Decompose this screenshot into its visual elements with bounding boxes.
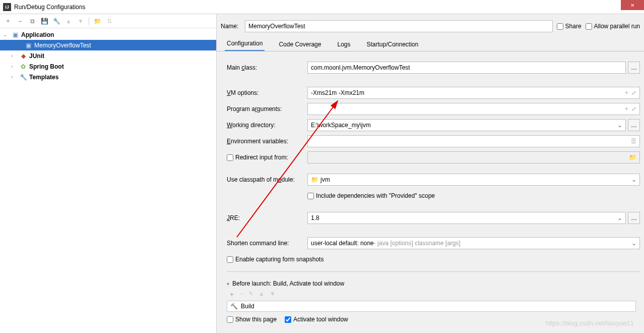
module-icon: 📁 <box>311 176 318 183</box>
chevron-down-icon: ⌄ <box>3 32 9 37</box>
use-classpath-select[interactable]: 📁 jvm <box>307 174 640 186</box>
add-icon[interactable]: ＋ <box>229 290 235 299</box>
down-icon[interactable]: ▼ <box>270 290 276 299</box>
program-args-label: Program arguments: <box>227 105 307 113</box>
chevron-right-icon: › <box>11 74 17 80</box>
chevron-down-icon[interactable]: ▾ <box>227 281 229 287</box>
program-args-input[interactable]: +⤢ <box>307 103 640 115</box>
jre-select[interactable]: 1.8 <box>307 212 626 224</box>
config-tree: ⌄ ▣ Application ▣ MemoryOverflowTest › ◆… <box>0 28 216 333</box>
titlebar: IJ Run/Debug Configurations ✕ <box>0 0 644 14</box>
tree-label: Application <box>21 31 54 38</box>
window-title: Run/Debug Configurations <box>14 4 85 11</box>
tabs: Configuration Code Coverage Logs Startup… <box>217 36 644 51</box>
app-icon: IJ <box>3 3 11 11</box>
jre-label: JRE: <box>227 214 307 221</box>
tree-label: Spring Boot <box>29 63 64 70</box>
env-vars-input[interactable]: ☰ <box>307 135 640 147</box>
up-icon[interactable]: ▲ <box>259 290 265 299</box>
tree-node-application[interactable]: ⌄ ▣ Application <box>0 29 216 40</box>
activate-tool-window-checkbox[interactable]: Activate tool window <box>285 316 348 323</box>
application-icon: ▣ <box>24 41 32 49</box>
plus-icon[interactable]: + <box>625 105 628 113</box>
hammer-icon: 🔨 <box>230 303 238 310</box>
tree-node-templates[interactable]: › 🔧 Templates <box>0 72 216 82</box>
list-icon[interactable]: ☰ <box>631 138 636 145</box>
main-class-browse-button[interactable]: … <box>628 62 640 74</box>
working-dir-label: Working directory: <box>227 122 307 129</box>
application-icon: ▣ <box>11 31 19 39</box>
shorten-select[interactable]: user-local default: none - java [options… <box>307 237 640 249</box>
copy-icon[interactable]: ⧉ <box>28 17 36 25</box>
tree-node-selected[interactable]: ▣ MemoryOverflowTest <box>0 40 216 50</box>
left-toolbar: ＋ − ⧉ 💾 🔧 ▲ ▼ 📁 ⇅ <box>0 14 216 28</box>
add-icon[interactable]: ＋ <box>4 17 12 25</box>
plus-icon[interactable]: + <box>625 89 628 96</box>
use-classpath-label: Use classpath of module: <box>227 176 307 183</box>
config-form: Main class: com.moonl.jvm.MemoryOverflow… <box>217 51 644 333</box>
expand-icon[interactable]: ⤢ <box>631 105 636 113</box>
name-input[interactable] <box>245 20 553 32</box>
junit-icon: ◆ <box>19 52 27 60</box>
up-icon[interactable]: ▲ <box>65 17 73 25</box>
down-icon[interactable]: ▼ <box>77 17 85 25</box>
before-launch-list[interactable]: 🔨 Build <box>227 301 636 312</box>
vm-options-input[interactable]: -Xms21m -Xmx21m +⤢ <box>307 87 640 99</box>
before-launch-header: Before launch: Build, Activate tool wind… <box>232 280 344 287</box>
before-launch-section: ▾ Before launch: Build, Activate tool wi… <box>227 278 640 327</box>
parallel-checkbox[interactable]: Allow parallel run <box>586 23 640 30</box>
main-class-input[interactable]: com.moonl.jvm.MemoryOverflowTest <box>307 62 626 74</box>
working-dir-input[interactable]: E:\workSpace_my\jvm <box>307 119 626 131</box>
tab-configuration[interactable]: Configuration <box>225 37 265 51</box>
share-checkbox[interactable]: Share <box>557 23 582 30</box>
expand-icon[interactable]: ⤢ <box>631 89 636 96</box>
enable-snapshots-checkbox[interactable]: Enable capturing form snapshots <box>227 256 324 263</box>
tree-label: Templates <box>29 74 58 81</box>
name-row: Name: Share Allow parallel run <box>217 14 644 36</box>
tab-logs[interactable]: Logs <box>335 38 352 51</box>
working-dir-browse-button[interactable]: … <box>628 119 640 131</box>
redirect-input-field: 📁 <box>307 151 640 163</box>
sort-icon[interactable]: ⇅ <box>105 17 113 25</box>
include-provided-checkbox[interactable]: Include dependencies with "Provided" sco… <box>307 192 435 199</box>
remove-icon[interactable]: − <box>240 290 243 299</box>
tab-startup-connection[interactable]: Startup/Connection <box>364 38 420 51</box>
tree-node-springboot[interactable]: › ✿ Spring Boot <box>0 61 216 72</box>
edit-icon[interactable]: ✎ <box>248 290 253 299</box>
close-button[interactable]: ✕ <box>621 0 644 10</box>
chevron-right-icon: › <box>11 64 17 69</box>
tree-label: MemoryOverflowTest <box>34 42 91 49</box>
wrench-icon[interactable]: 🔧 <box>52 17 60 25</box>
main-class-label: Main class: <box>227 64 307 71</box>
save-icon[interactable]: 💾 <box>40 17 48 25</box>
folder-move-icon[interactable]: 📁 <box>93 17 101 25</box>
vm-options-label: VM options: <box>227 89 307 96</box>
right-panel: Name: Share Allow parallel run Configura… <box>217 14 644 333</box>
jre-browse-button[interactable]: … <box>628 212 640 224</box>
shorten-label: Shorten command line: <box>227 240 307 247</box>
show-this-page-checkbox[interactable]: Show this page <box>227 316 277 323</box>
redirect-input-label: Redirect input from: <box>227 154 307 161</box>
spring-icon: ✿ <box>19 63 27 71</box>
tree-label: JUnit <box>29 52 44 60</box>
folder-icon: 📁 <box>629 154 636 161</box>
before-launch-item: Build <box>241 303 254 310</box>
remove-icon[interactable]: − <box>16 17 24 25</box>
env-vars-label: Environment variables: <box>227 138 307 145</box>
tree-node-junit[interactable]: › ◆ JUnit <box>0 50 216 61</box>
tab-code-coverage[interactable]: Code Coverage <box>277 38 323 51</box>
chevron-right-icon: › <box>11 53 17 59</box>
name-label: Name: <box>221 23 241 30</box>
left-panel: ＋ − ⧉ 💾 🔧 ▲ ▼ 📁 ⇅ ⌄ ▣ Application ▣ Memo… <box>0 14 217 333</box>
wrench-icon: 🔧 <box>19 73 27 81</box>
